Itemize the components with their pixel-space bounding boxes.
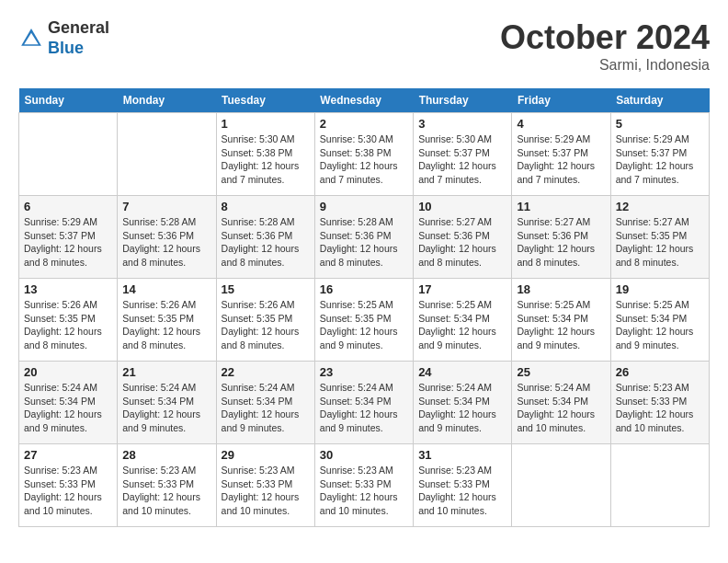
calendar-day-cell: 9Sunrise: 5:28 AMSunset: 5:36 PMDaylight… — [314, 196, 413, 279]
day-number: 13 — [24, 282, 112, 296]
calendar-week-row: 20Sunrise: 5:24 AMSunset: 5:34 PMDayligh… — [19, 362, 710, 444]
day-info: Sunrise: 5:24 AMSunset: 5:34 PMDaylight:… — [517, 381, 605, 435]
calendar-day-cell: 7Sunrise: 5:28 AMSunset: 5:36 PMDaylight… — [118, 196, 216, 279]
day-number: 23 — [320, 365, 408, 379]
calendar-day-cell: 28Sunrise: 5:23 AMSunset: 5:33 PMDayligh… — [118, 444, 216, 527]
calendar-day-cell: 24Sunrise: 5:24 AMSunset: 5:34 PMDayligh… — [414, 362, 512, 444]
day-number: 4 — [517, 117, 605, 131]
calendar-day-cell: 10Sunrise: 5:27 AMSunset: 5:36 PMDayligh… — [414, 196, 512, 279]
day-number: 17 — [418, 282, 506, 296]
weekday-header: Tuesday — [216, 88, 314, 113]
day-number: 1 — [222, 117, 310, 131]
day-info: Sunrise: 5:25 AMSunset: 5:34 PMDaylight:… — [616, 298, 704, 352]
weekday-header: Monday — [118, 88, 216, 113]
day-number: 28 — [122, 448, 210, 462]
day-info: Sunrise: 5:26 AMSunset: 5:35 PMDaylight:… — [122, 298, 210, 352]
calendar-week-row: 13Sunrise: 5:26 AMSunset: 5:35 PMDayligh… — [19, 279, 710, 362]
title-block: October 2024 Sarmi, Indonesia — [500, 18, 710, 74]
day-number: 24 — [418, 365, 506, 379]
day-info: Sunrise: 5:26 AMSunset: 5:35 PMDaylight:… — [222, 298, 310, 352]
logo-general-text: General — [48, 18, 109, 37]
weekday-header: Sunday — [19, 88, 118, 113]
day-number: 31 — [418, 448, 506, 462]
day-info: Sunrise: 5:27 AMSunset: 5:36 PMDaylight:… — [418, 215, 506, 270]
day-info: Sunrise: 5:30 AMSunset: 5:38 PMDaylight:… — [320, 132, 408, 187]
logo-icon — [18, 26, 44, 52]
calendar-day-cell: 13Sunrise: 5:26 AMSunset: 5:35 PMDayligh… — [19, 279, 118, 362]
calendar-day-cell: 6Sunrise: 5:29 AMSunset: 5:37 PMDaylight… — [19, 196, 118, 279]
calendar-day-cell — [118, 113, 216, 196]
calendar-day-cell: 1Sunrise: 5:30 AMSunset: 5:38 PMDaylight… — [216, 113, 314, 196]
calendar-day-cell: 18Sunrise: 5:25 AMSunset: 5:34 PMDayligh… — [512, 279, 610, 362]
day-info: Sunrise: 5:24 AMSunset: 5:34 PMDaylight:… — [418, 381, 506, 435]
day-number: 21 — [122, 365, 210, 379]
month-year-title: October 2024 — [500, 18, 710, 57]
day-info: Sunrise: 5:25 AMSunset: 5:34 PMDaylight:… — [418, 298, 506, 352]
calendar-week-row: 6Sunrise: 5:29 AMSunset: 5:37 PMDaylight… — [19, 196, 710, 279]
day-number: 15 — [222, 282, 310, 296]
calendar-day-cell: 26Sunrise: 5:23 AMSunset: 5:33 PMDayligh… — [610, 362, 709, 444]
calendar-day-cell: 12Sunrise: 5:27 AMSunset: 5:35 PMDayligh… — [610, 196, 709, 279]
weekday-header: Saturday — [610, 88, 709, 113]
calendar-day-cell: 8Sunrise: 5:28 AMSunset: 5:36 PMDaylight… — [216, 196, 314, 279]
calendar-day-cell: 22Sunrise: 5:24 AMSunset: 5:34 PMDayligh… — [216, 362, 314, 444]
day-number: 20 — [24, 365, 112, 379]
day-number: 10 — [418, 200, 506, 213]
day-info: Sunrise: 5:27 AMSunset: 5:36 PMDaylight:… — [517, 215, 605, 270]
day-info: Sunrise: 5:25 AMSunset: 5:34 PMDaylight:… — [517, 298, 605, 352]
weekday-header: Friday — [512, 88, 610, 113]
day-number: 6 — [24, 200, 112, 213]
day-number: 11 — [517, 200, 605, 213]
calendar-day-cell: 29Sunrise: 5:23 AMSunset: 5:33 PMDayligh… — [216, 444, 314, 527]
day-number: 14 — [122, 282, 210, 296]
day-number: 8 — [222, 200, 310, 213]
day-info: Sunrise: 5:23 AMSunset: 5:33 PMDaylight:… — [122, 464, 210, 518]
day-info: Sunrise: 5:23 AMSunset: 5:33 PMDaylight:… — [222, 464, 310, 518]
weekday-header: Thursday — [414, 88, 512, 113]
calendar-day-cell: 15Sunrise: 5:26 AMSunset: 5:35 PMDayligh… — [216, 279, 314, 362]
day-number: 29 — [222, 448, 310, 462]
day-info: Sunrise: 5:23 AMSunset: 5:33 PMDaylight:… — [616, 381, 704, 435]
calendar-day-cell: 2Sunrise: 5:30 AMSunset: 5:38 PMDaylight… — [314, 113, 413, 196]
day-number: 26 — [616, 365, 704, 379]
calendar-day-cell — [19, 113, 118, 196]
day-number: 27 — [24, 448, 112, 462]
day-number: 16 — [320, 282, 408, 296]
calendar-day-cell — [512, 444, 610, 527]
calendar-day-cell: 31Sunrise: 5:23 AMSunset: 5:33 PMDayligh… — [414, 444, 512, 527]
day-info: Sunrise: 5:24 AMSunset: 5:34 PMDaylight:… — [24, 381, 112, 435]
day-number: 7 — [122, 200, 210, 213]
calendar-day-cell: 27Sunrise: 5:23 AMSunset: 5:33 PMDayligh… — [19, 444, 118, 527]
day-info: Sunrise: 5:24 AMSunset: 5:34 PMDaylight:… — [122, 381, 210, 435]
day-number: 9 — [320, 200, 408, 213]
day-number: 3 — [418, 117, 506, 131]
calendar-day-cell: 11Sunrise: 5:27 AMSunset: 5:36 PMDayligh… — [512, 196, 610, 279]
logo-blue-text: Blue — [48, 39, 84, 57]
calendar-day-cell: 23Sunrise: 5:24 AMSunset: 5:34 PMDayligh… — [314, 362, 413, 444]
day-info: Sunrise: 5:29 AMSunset: 5:37 PMDaylight:… — [517, 132, 605, 187]
day-info: Sunrise: 5:23 AMSunset: 5:33 PMDaylight:… — [418, 464, 506, 518]
weekday-header: Wednesday — [314, 88, 413, 113]
day-number: 5 — [616, 117, 704, 131]
day-info: Sunrise: 5:29 AMSunset: 5:37 PMDaylight:… — [24, 215, 112, 270]
day-info: Sunrise: 5:24 AMSunset: 5:34 PMDaylight:… — [320, 381, 408, 435]
day-number: 18 — [517, 282, 605, 296]
day-number: 30 — [320, 448, 408, 462]
day-info: Sunrise: 5:28 AMSunset: 5:36 PMDaylight:… — [222, 215, 310, 270]
calendar-day-cell: 19Sunrise: 5:25 AMSunset: 5:34 PMDayligh… — [610, 279, 709, 362]
day-number: 25 — [517, 365, 605, 379]
day-number: 22 — [222, 365, 310, 379]
calendar-day-cell: 30Sunrise: 5:23 AMSunset: 5:33 PMDayligh… — [314, 444, 413, 527]
calendar-day-cell: 17Sunrise: 5:25 AMSunset: 5:34 PMDayligh… — [414, 279, 512, 362]
weekday-header-row: SundayMondayTuesdayWednesdayThursdayFrid… — [19, 88, 710, 113]
day-info: Sunrise: 5:28 AMSunset: 5:36 PMDaylight:… — [320, 215, 408, 270]
day-info: Sunrise: 5:29 AMSunset: 5:37 PMDaylight:… — [616, 132, 704, 187]
calendar-week-row: 1Sunrise: 5:30 AMSunset: 5:38 PMDaylight… — [19, 113, 710, 196]
logo: General Blue — [18, 18, 109, 58]
day-info: Sunrise: 5:25 AMSunset: 5:35 PMDaylight:… — [320, 298, 408, 352]
day-info: Sunrise: 5:23 AMSunset: 5:33 PMDaylight:… — [320, 464, 408, 518]
day-number: 12 — [616, 200, 704, 213]
calendar-day-cell: 4Sunrise: 5:29 AMSunset: 5:37 PMDaylight… — [512, 113, 610, 196]
day-number: 2 — [320, 117, 408, 131]
calendar-day-cell: 20Sunrise: 5:24 AMSunset: 5:34 PMDayligh… — [19, 362, 118, 444]
